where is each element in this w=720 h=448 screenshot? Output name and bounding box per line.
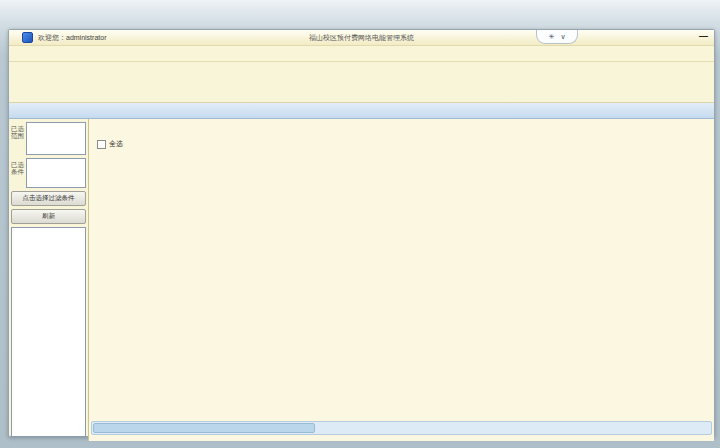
menu-bar [9, 46, 714, 61]
app-window: 欢迎您：administrator 福山校区预付费网络电能管理系统 ✳ ∨ — … [8, 29, 715, 437]
minimize-button[interactable]: — [699, 31, 708, 41]
action-toolbar: 全选 [89, 134, 714, 154]
content-area: 已选范围 已选条件 点击选择过滤条件 刷新 全选 [9, 119, 714, 441]
refresh-button[interactable]: 刷新 [11, 209, 86, 224]
pagination-bar [89, 119, 714, 134]
selected-condition-label: 已选条件 [11, 158, 26, 188]
scrollbar-thumb[interactable] [93, 423, 315, 433]
chevron-down-icon[interactable]: ∨ [560, 33, 565, 41]
select-all-checkbox[interactable] [97, 140, 106, 149]
horizontal-scrollbar[interactable] [91, 421, 712, 435]
choose-filter-button[interactable]: 点击选择过滤条件 [11, 191, 86, 206]
tab-strip [9, 103, 714, 119]
selected-condition-list[interactable] [26, 158, 86, 188]
ribbon [9, 61, 714, 103]
app-title: 福山校区预付费网络电能管理系统 [9, 33, 714, 43]
selected-range-label: 已选范围 [11, 122, 26, 155]
building-tree [11, 227, 86, 437]
desktop-backdrop: 欢迎您：administrator 福山校区预付费网络电能管理系统 ✳ ∨ — … [0, 0, 720, 448]
select-all[interactable]: 全选 [97, 139, 123, 149]
title-bar: 欢迎您：administrator 福山校区预付费网络电能管理系统 ✳ ∨ — [9, 30, 714, 46]
selected-range-list[interactable] [26, 122, 86, 155]
main-panel: 全选 [89, 119, 714, 441]
sidebar: 已选范围 已选条件 点击选择过滤条件 刷新 [9, 119, 89, 441]
select-all-label: 全选 [109, 139, 123, 149]
window-skin-controls: ✳ ∨ [536, 30, 578, 44]
style-icon[interactable]: ✳ [549, 33, 555, 41]
